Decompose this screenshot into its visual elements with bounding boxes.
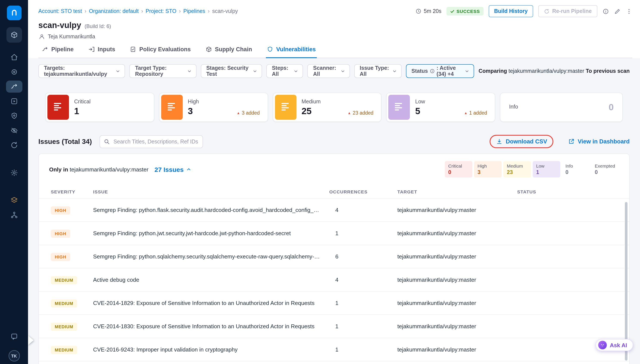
view-in-dashboard-button[interactable]: View in Dashboard	[568, 138, 630, 145]
high-count: 3	[188, 106, 193, 116]
refresh-icon	[544, 8, 550, 14]
issue-title: Semgrep Finding: python.flask.security.a…	[93, 207, 329, 213]
search-input[interactable]	[100, 135, 203, 148]
tab-pipeline[interactable]: Pipeline	[41, 44, 75, 58]
sidebar-expand-handle[interactable]	[28, 336, 34, 345]
critical-count: 1	[74, 106, 79, 116]
stages-filter[interactable]: Stages: Security Test	[201, 64, 262, 78]
target-value: tejakummarikuntla/vulpy:master	[397, 323, 517, 330]
medium-label: Medium	[301, 98, 373, 104]
pipelines-icon[interactable]	[6, 80, 22, 92]
sync-icon[interactable]	[6, 139, 22, 151]
breadcrumb-pipelines[interactable]: Pipelines	[183, 8, 205, 14]
target-icon[interactable]	[6, 66, 22, 78]
chip-low: Low 1	[533, 161, 560, 178]
chip-low-count: 1	[536, 169, 557, 175]
download-csv-button[interactable]: Download CSV	[496, 138, 547, 145]
chat-bubble-icon[interactable]	[6, 330, 22, 342]
tab-inputs-label: Inputs	[98, 46, 115, 52]
breadcrumb-account[interactable]: Account: STO test	[38, 8, 82, 14]
occurrences-value: 1	[329, 230, 397, 236]
info-card: Info 0	[500, 92, 623, 122]
home-icon[interactable]	[6, 51, 22, 63]
tab-policy-evaluations[interactable]: Policy Evaluations	[129, 44, 192, 58]
chevron-down-icon	[294, 69, 298, 74]
severity-summary-cards: Critical 1 High 3 ▲3 added	[45, 92, 623, 122]
table-row[interactable]: HIGH Semgrep Finding: python.jwt.securit…	[39, 222, 629, 245]
comparing-label: Comparing	[479, 68, 507, 74]
table-row[interactable]: MEDIUM CVE-2014-1829: Exposure of Sensit…	[39, 292, 629, 315]
table-row[interactable]: MEDIUM Active debug code 4 tejakummariku…	[39, 268, 629, 292]
rerun-pipeline-button[interactable]: Re-run Pipeline	[538, 5, 597, 17]
ask-ai-button[interactable]: Ask AI	[596, 339, 633, 351]
table-scrollbar[interactable]	[625, 202, 627, 360]
scanner-filter[interactable]: Scanner: All	[308, 64, 350, 78]
edit-pencil-icon[interactable]	[614, 8, 620, 14]
up-arrow-icon: ▲	[348, 111, 351, 115]
steps-filter-label: Steps: All	[272, 65, 291, 77]
target-value: tejakummarikuntla/vulpy:master	[397, 300, 517, 306]
up-arrow-icon: ▲	[237, 111, 240, 115]
table-row[interactable]: HIGH Semgrep Finding: python.sqlalchemy.…	[39, 245, 629, 268]
status-filter-value: : Active (34) +4	[437, 65, 462, 77]
tab-vulnerabilities[interactable]: Vulnerabilities	[266, 44, 317, 58]
chip-high: High 3	[474, 161, 502, 178]
chip-critical-label: Critical	[448, 163, 469, 168]
user-avatar[interactable]: TK	[9, 350, 20, 362]
search-box	[100, 135, 203, 148]
tab-pipeline-label: Pipeline	[51, 46, 74, 52]
executions-icon[interactable]	[6, 95, 22, 107]
filter-bar: Targets: tejakummarikuntla/vulpy Target …	[38, 64, 630, 78]
occurrences-value: 4	[329, 276, 397, 283]
security-tests-shield-icon[interactable]	[6, 110, 22, 122]
target-value: tejakummarikuntla/vulpy:master	[397, 346, 517, 353]
col-issue: ISSUE	[93, 189, 329, 194]
issues-toolbar: Issues (Total 34) Download CSV	[38, 135, 630, 148]
target-type-filter[interactable]: Target Type: Repository	[130, 64, 196, 78]
status-filter[interactable]: Status : Active (34) +4	[406, 64, 474, 78]
stages-filter-label: Stages: Security Test	[206, 65, 249, 77]
build-history-button[interactable]: Build History	[488, 5, 533, 17]
ask-ai-icon	[598, 341, 607, 349]
sidebar-nav	[6, 51, 22, 221]
low-count: 5	[415, 106, 420, 116]
settings-gear-icon[interactable]	[6, 167, 22, 179]
harness-logo[interactable]	[7, 6, 21, 20]
table-row[interactable]: MEDIUM CVE-2014-1830: Exposure of Sensit…	[39, 315, 629, 338]
info-circle-icon[interactable]	[602, 8, 609, 14]
chevron-down-icon	[253, 69, 257, 74]
hierarchy-icon[interactable]	[6, 209, 22, 221]
targets-filter[interactable]: Targets: tejakummarikuntla/vulpy	[38, 64, 125, 78]
breadcrumb-project[interactable]: Project: STO	[146, 8, 177, 14]
download-csv-label: Download CSV	[506, 138, 547, 145]
kebab-menu-icon[interactable]	[626, 8, 632, 14]
chip-critical: Critical 0	[445, 161, 472, 178]
tab-supply-chain[interactable]: Supply Chain	[205, 44, 253, 58]
module-cube-icon[interactable]	[6, 27, 22, 43]
table-row[interactable]: MEDIUM CVE-2016-9243: Improper input val…	[39, 338, 629, 362]
occurrences-value: 1	[329, 300, 397, 306]
severity-badge: HIGH	[51, 230, 70, 238]
table-row[interactable]: HIGH Semgrep Finding: python.flask.secur…	[39, 198, 629, 222]
tab-inputs[interactable]: Inputs	[88, 44, 116, 58]
low-added: ▲1 added	[464, 110, 487, 116]
issues-total-title: Issues (Total 34)	[38, 138, 92, 146]
eye-off-icon[interactable]	[6, 124, 22, 136]
info-label: Info	[509, 104, 518, 110]
table-row-partial[interactable]: MEDIUM CVE-2017-11424: ... tejakummariku…	[39, 362, 629, 364]
breadcrumb-organization[interactable]: Organization: default	[89, 8, 139, 14]
steps-filter[interactable]: Steps: All	[266, 64, 303, 78]
duration-text: 5m 20s	[424, 8, 441, 14]
triggered-by-user: Teja Kummarikuntla	[48, 34, 95, 40]
group-issue-count-label: 27 Issues	[155, 166, 184, 173]
modules-layers-icon[interactable]	[6, 194, 22, 206]
rerun-pipeline-label: Re-run Pipeline	[552, 8, 592, 14]
group-issue-count[interactable]: 27 Issues	[155, 166, 191, 173]
supply-chain-tab-icon	[205, 46, 212, 52]
page-header: Account: STO test › Organization: defaul…	[28, 0, 640, 58]
comparing-suffix: To previous scan	[586, 68, 630, 74]
chip-high-count: 3	[477, 169, 498, 175]
severity-badge: HIGH	[51, 253, 70, 261]
info-circle-icon	[430, 68, 435, 74]
issue-type-filter[interactable]: Issue Type: All	[354, 64, 401, 78]
